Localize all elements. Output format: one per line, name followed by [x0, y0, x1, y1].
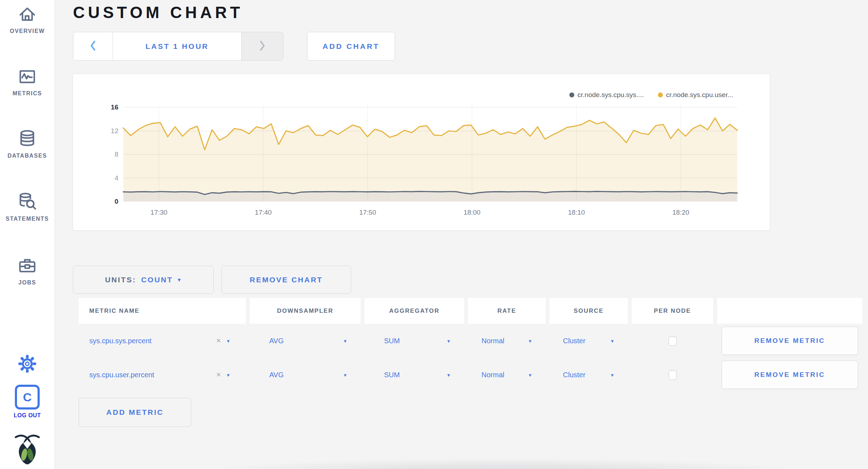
sidebar-item-jobs[interactable]: JOBS: [0, 256, 55, 286]
legend-label: cr.node.sys.cpu.sys....: [577, 91, 644, 99]
table-column-header: RATE: [468, 298, 546, 324]
y-tick-label: 0: [94, 198, 118, 205]
y-tick-label: 8: [94, 151, 118, 158]
table-column-header: PER NODE: [632, 298, 713, 324]
settings-button[interactable]: [0, 355, 55, 374]
remove-chart-button[interactable]: REMOVE CHART: [221, 266, 351, 294]
aggregator-dropdown[interactable]: SUM▾: [365, 358, 464, 392]
source-dropdown[interactable]: Cluster▾: [549, 324, 628, 358]
sidebar-item-label: METRICS: [0, 90, 55, 97]
legend-item[interactable]: cr.node.sys.cpu.user...: [658, 91, 733, 99]
add-metric-button[interactable]: ADD METRIC: [79, 398, 191, 427]
legend-label: cr.node.sys.cpu.user...: [666, 91, 733, 99]
y-tick-label: 12: [94, 127, 118, 135]
page-title: CUSTOM CHART: [73, 3, 243, 22]
chevron-down-icon: ▾: [529, 372, 531, 378]
x-tick-label: 18:10: [559, 209, 594, 216]
per-node-cell: [632, 358, 713, 392]
time-window-next-button[interactable]: [241, 32, 283, 60]
downsampler-dropdown[interactable]: AVG▾: [250, 358, 361, 392]
database-icon: [18, 129, 37, 149]
per-node-checkbox[interactable]: [669, 336, 677, 346]
table-column-header: DOWNSAMPLER: [250, 298, 361, 324]
sidebar-item-label: JOBS: [0, 279, 55, 286]
legend-item[interactable]: cr.node.sys.cpu.sys....: [569, 91, 644, 99]
home-icon: [18, 5, 36, 25]
chevron-down-icon: ▾: [447, 338, 450, 344]
custom-chart-page: OVERVIEW METRICS DATABASES STATEMENTS JO: [0, 0, 868, 469]
chevron-down-icon: ▾: [611, 372, 614, 378]
metric-row: sys.cpu.sys.percent×▾AVG▾SUM▾Normal▾Clus…: [79, 324, 862, 358]
units-prefix-label: UNITS:: [105, 276, 136, 284]
rate-dropdown[interactable]: Normal▾: [468, 324, 546, 358]
cockroach-c-icon: C: [15, 385, 40, 409]
jobs-icon: [18, 256, 36, 276]
legend-dot-icon: [569, 92, 574, 97]
x-tick-label: 17:50: [350, 209, 385, 216]
metric-name-value: sys.cpu.user.percent: [89, 371, 154, 379]
x-tick-label: 18:20: [663, 209, 699, 216]
per-node-cell: [632, 324, 713, 358]
time-window-selector: LAST 1 HOUR: [73, 32, 283, 61]
downsampler-dropdown[interactable]: AVG▾: [250, 324, 361, 358]
metrics-table-header: METRIC NAMEDOWNSAMPLERAGGREGATORRATESOUR…: [79, 298, 862, 324]
metric-name-controls: ×▾: [216, 370, 230, 379]
metrics-table: METRIC NAMEDOWNSAMPLERAGGREGATORRATESOUR…: [79, 298, 862, 392]
chevron-down-icon: ▾: [344, 338, 346, 344]
metric-name-dropdown[interactable]: sys.cpu.sys.percent×▾: [79, 324, 246, 358]
metric-row: sys.cpu.user.percent×▾AVG▾SUM▾Normal▾Clu…: [79, 358, 862, 392]
sidebar-item-statements[interactable]: STATEMENTS: [0, 192, 55, 222]
chevron-left-icon: [90, 40, 96, 52]
metric-name-dropdown[interactable]: sys.cpu.user.percent×▾: [79, 358, 246, 392]
chevron-down-icon: ▾: [529, 338, 531, 344]
cockroach-logo[interactable]: [0, 433, 55, 466]
aggregator-dropdown[interactable]: SUM▾: [365, 324, 464, 358]
x-tick-label: 18:00: [454, 209, 490, 216]
table-column-header: [717, 298, 862, 324]
logout-button[interactable]: C LOG OUT: [0, 385, 55, 419]
remove-metric-button[interactable]: REMOVE METRIC: [722, 361, 858, 389]
y-tick-label: 4: [94, 174, 118, 182]
metric-name-value: sys.cpu.sys.percent: [89, 337, 152, 345]
time-window-label[interactable]: LAST 1 HOUR: [113, 32, 241, 60]
rate-dropdown-value: Normal: [481, 337, 504, 345]
downsampler-dropdown-value: AVG: [269, 371, 284, 379]
chart-card: cr.node.sys.cpu.sys....cr.node.sys.cpu.u…: [73, 74, 770, 231]
clear-metric-icon[interactable]: ×: [216, 370, 221, 379]
units-dropdown[interactable]: UNITS: COUNT ▾: [73, 266, 214, 294]
statements-icon: [18, 192, 37, 213]
rate-dropdown[interactable]: Normal▾: [468, 358, 546, 392]
remove-metric-button[interactable]: REMOVE METRIC: [722, 327, 858, 355]
metrics-icon: [18, 67, 36, 87]
per-node-checkbox[interactable]: [669, 370, 677, 380]
source-dropdown[interactable]: Cluster▾: [549, 358, 628, 392]
add-chart-button[interactable]: ADD CHART: [307, 32, 395, 61]
chart-plot[interactable]: [123, 107, 737, 202]
downsampler-dropdown-value: AVG: [269, 337, 284, 345]
chevron-down-icon: ▾: [227, 372, 230, 378]
table-column-header: AGGREGATOR: [365, 298, 464, 324]
sidebar-item-overview[interactable]: OVERVIEW: [0, 5, 55, 34]
metrics-table-body: sys.cpu.sys.percent×▾AVG▾SUM▾Normal▾Clus…: [79, 324, 862, 392]
metric-name-controls: ×▾: [216, 336, 230, 345]
gear-icon: [18, 368, 36, 374]
chevron-down-icon: ▾: [447, 372, 450, 378]
chevron-down-icon: ▾: [611, 338, 614, 344]
chevron-right-icon: [259, 40, 265, 52]
table-column-header: METRIC NAME: [79, 298, 246, 324]
logout-label: LOG OUT: [0, 412, 55, 419]
sidebar: OVERVIEW METRICS DATABASES STATEMENTS JO: [0, 0, 55, 469]
y-tick-label: 16: [94, 103, 118, 111]
sidebar-item-label: OVERVIEW: [0, 28, 55, 34]
x-tick-label: 17:30: [141, 209, 177, 216]
sidebar-item-databases[interactable]: DATABASES: [0, 129, 55, 159]
sidebar-item-label: STATEMENTS: [0, 216, 55, 222]
sidebar-item-label: DATABASES: [0, 153, 55, 159]
aggregator-dropdown-value: SUM: [384, 371, 400, 379]
legend-dot-icon: [658, 92, 663, 97]
clear-metric-icon[interactable]: ×: [216, 336, 221, 345]
time-window-prev-button[interactable]: [73, 32, 113, 60]
rate-dropdown-value: Normal: [481, 371, 504, 379]
sidebar-item-metrics[interactable]: METRICS: [0, 67, 55, 97]
source-dropdown-value: Cluster: [563, 371, 585, 379]
